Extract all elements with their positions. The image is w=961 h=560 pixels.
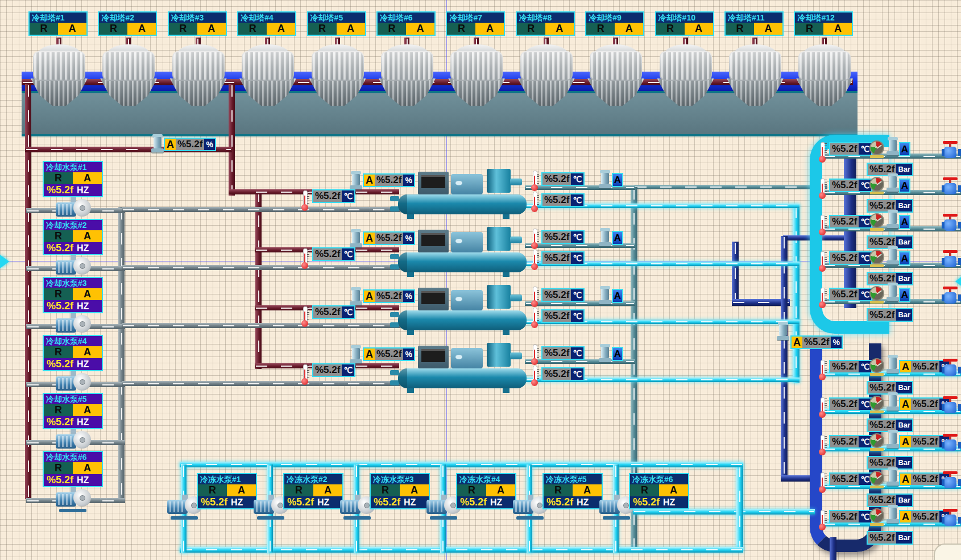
temp-value: %5.2f bbox=[830, 361, 859, 372]
valve-auto-badge[interactable]: A bbox=[900, 436, 911, 447]
pressure-unit: Bar bbox=[896, 420, 912, 431]
pressure-unit: Bar bbox=[896, 457, 912, 468]
branch-temp-display: %5.2f℃ bbox=[829, 397, 872, 411]
branch-temp-display: %5.2f℃ bbox=[829, 360, 872, 374]
temp-value: %5.2f bbox=[830, 511, 859, 522]
hvac-scada-screen: { "colors":{"accent_cyan":"#35dcf2","run… bbox=[0, 0, 961, 560]
valve-position-value: %5.2f bbox=[911, 436, 939, 447]
branch-control-valve[interactable] bbox=[887, 392, 899, 410]
pressure-value: %5.2f bbox=[868, 532, 896, 544]
pressure-gauge-icon bbox=[869, 358, 885, 376]
valve-position-value: %5.2f bbox=[911, 361, 939, 372]
manual-valve-icon[interactable] bbox=[942, 471, 961, 491]
pressure-unit: Bar bbox=[896, 495, 912, 506]
pressure-value: %5.2f bbox=[868, 420, 896, 431]
branch-temp-display: %5.2f℃ bbox=[829, 435, 872, 449]
thermometer-icon bbox=[818, 510, 827, 530]
temp-value: %5.2f bbox=[830, 436, 859, 447]
pressure-gauge-icon bbox=[869, 396, 885, 413]
thermometer-icon bbox=[818, 472, 827, 493]
branch-pressure-display: %5.2fBar bbox=[867, 531, 913, 545]
valve-position-unit: % bbox=[831, 337, 841, 348]
pressure-unit: Bar bbox=[896, 382, 912, 393]
chilled-bypass-valve[interactable] bbox=[777, 322, 789, 340]
manual-valve-icon[interactable] bbox=[942, 509, 961, 528]
branch-temp-display: %5.2f℃ bbox=[829, 510, 872, 524]
tower-bypass-valve-display: A%5.2f% bbox=[164, 138, 216, 151]
return-distribution-rows: %5.2f℃ A%5.2f% %5.2fBar bbox=[0, 0, 961, 560]
chilled-bypass-valve-display: A%5.2f% bbox=[790, 335, 843, 349]
thermometer-icon bbox=[818, 397, 827, 418]
valve-auto-badge[interactable]: A bbox=[900, 474, 911, 485]
branch-control-valve[interactable] bbox=[887, 505, 899, 523]
temp-value: %5.2f bbox=[830, 474, 859, 485]
distribution-row: %5.2f℃ A%5.2f% %5.2fBar bbox=[0, 472, 961, 510]
pressure-value: %5.2f bbox=[868, 495, 896, 506]
branch-control-valve[interactable] bbox=[887, 355, 899, 373]
branch-control-valve[interactable] bbox=[887, 467, 899, 486]
pressure-gauge-icon bbox=[869, 508, 885, 526]
valve-auto-badge[interactable]: A bbox=[165, 139, 176, 150]
pressure-gauge-icon bbox=[869, 471, 885, 488]
tower-bypass-valve[interactable] bbox=[151, 134, 164, 152]
valve-auto-badge[interactable]: A bbox=[900, 399, 911, 410]
distribution-row: %5.2f℃ A%5.2f% %5.2fBar bbox=[0, 510, 961, 547]
distribution-row: %5.2f℃ A%5.2f% %5.2fBar bbox=[0, 397, 961, 435]
valve-position-value: %5.2f bbox=[802, 337, 831, 348]
valve-position-unit: % bbox=[204, 139, 214, 150]
valve-position-value: %5.2f bbox=[911, 399, 939, 410]
temp-value: %5.2f bbox=[830, 399, 859, 410]
branch-control-valve[interactable] bbox=[887, 430, 899, 448]
distribution-row: %5.2f℃ A%5.2f% %5.2fBar bbox=[0, 360, 961, 397]
valve-auto-badge[interactable]: A bbox=[900, 361, 911, 372]
valve-position-value: %5.2f bbox=[176, 139, 204, 150]
manual-valve-icon[interactable] bbox=[942, 396, 961, 416]
valve-auto-badge[interactable]: A bbox=[792, 337, 802, 348]
valve-position-value: %5.2f bbox=[911, 511, 939, 522]
pressure-gauge-icon bbox=[869, 433, 885, 451]
pressure-value: %5.2f bbox=[868, 457, 896, 468]
thermometer-icon bbox=[818, 360, 827, 380]
pressure-value: %5.2f bbox=[868, 382, 896, 393]
distribution-row: %5.2f℃ A%5.2f% %5.2fBar bbox=[0, 435, 961, 472]
thermometer-icon bbox=[818, 435, 827, 455]
pressure-unit: Bar bbox=[896, 532, 912, 544]
valve-position-value: %5.2f bbox=[911, 474, 939, 485]
manual-valve-icon[interactable] bbox=[942, 434, 961, 453]
branch-temp-display: %5.2f℃ bbox=[829, 472, 872, 486]
manual-valve-icon[interactable] bbox=[942, 359, 961, 378]
valve-auto-badge[interactable]: A bbox=[900, 511, 911, 522]
